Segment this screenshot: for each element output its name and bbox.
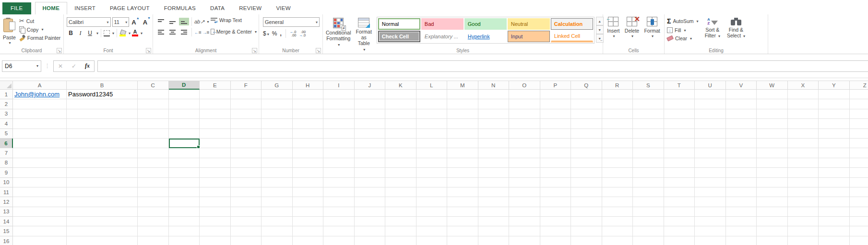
cell-R4[interactable] bbox=[602, 119, 633, 128]
tab-view[interactable]: VIEW bbox=[269, 2, 298, 14]
cell-G12[interactable] bbox=[262, 197, 293, 207]
find-select-button[interactable]: Find & Select ▾ bbox=[725, 16, 747, 47]
cell-Z5[interactable] bbox=[850, 129, 868, 139]
copy-button[interactable]: Copy ▾ bbox=[18, 26, 62, 33]
cell-C10[interactable] bbox=[138, 178, 169, 187]
column-header-S[interactable]: S bbox=[633, 81, 664, 90]
cell-G15[interactable] bbox=[262, 226, 293, 236]
cell-S9[interactable] bbox=[633, 168, 664, 177]
cell-W10[interactable] bbox=[757, 178, 788, 187]
cell-F2[interactable] bbox=[231, 99, 262, 109]
cell-H2[interactable] bbox=[293, 99, 324, 109]
cell-G16[interactable] bbox=[262, 236, 293, 245]
cell-U6[interactable] bbox=[695, 139, 726, 148]
merge-center-button[interactable]: Merge & Center ▾ bbox=[211, 29, 257, 35]
cell-X2[interactable] bbox=[788, 99, 819, 109]
column-header-C[interactable]: C bbox=[138, 81, 169, 90]
cell-H16[interactable] bbox=[293, 236, 324, 245]
cell-L5[interactable] bbox=[416, 129, 448, 139]
cell-X10[interactable] bbox=[788, 178, 819, 187]
cell-A11[interactable] bbox=[13, 187, 67, 197]
cell-Y2[interactable] bbox=[819, 99, 850, 109]
cell-Y3[interactable] bbox=[819, 109, 850, 119]
cell-X13[interactable] bbox=[788, 207, 819, 217]
cell-C6[interactable] bbox=[138, 139, 169, 148]
cell-U2[interactable] bbox=[695, 99, 726, 109]
cell-J12[interactable] bbox=[355, 197, 386, 207]
cell-C9[interactable] bbox=[138, 168, 169, 177]
row-header-5[interactable]: 5 bbox=[0, 129, 13, 139]
cell-P8[interactable] bbox=[540, 158, 571, 168]
column-header-U[interactable]: U bbox=[695, 81, 726, 90]
cell-O3[interactable] bbox=[509, 109, 540, 119]
cell-E13[interactable] bbox=[200, 207, 231, 217]
cell-A14[interactable] bbox=[13, 217, 67, 226]
fill-color-dropdown-arrow[interactable]: ▾ bbox=[129, 31, 131, 35]
cell-V5[interactable] bbox=[726, 129, 757, 139]
paste-button[interactable]: Paste ▾ bbox=[1, 16, 18, 47]
cell-S15[interactable] bbox=[633, 226, 664, 236]
cell-Z15[interactable] bbox=[850, 226, 868, 236]
cell-I2[interactable] bbox=[323, 99, 355, 109]
column-header-N[interactable]: N bbox=[478, 81, 510, 90]
cell-X16[interactable] bbox=[788, 236, 819, 245]
cell-Y11[interactable] bbox=[819, 187, 850, 197]
cell-N15[interactable] bbox=[478, 226, 510, 236]
cell-W3[interactable] bbox=[757, 109, 788, 119]
align-left-button[interactable] bbox=[156, 28, 166, 36]
cell-style-neutral[interactable]: Neutral bbox=[508, 18, 550, 30]
cell-D10[interactable] bbox=[169, 178, 200, 187]
cell-I5[interactable] bbox=[323, 129, 355, 139]
tab-page-layout[interactable]: PAGE LAYOUT bbox=[103, 2, 157, 14]
cell-B9[interactable] bbox=[67, 168, 138, 177]
row-header-9[interactable]: 9 bbox=[0, 168, 13, 177]
delete-button[interactable]: ✕ Delete ▾ bbox=[623, 16, 641, 47]
cell-Q3[interactable] bbox=[571, 109, 602, 119]
cell-Q14[interactable] bbox=[571, 217, 602, 226]
cell-Y4[interactable] bbox=[819, 119, 850, 128]
column-header-V[interactable]: V bbox=[726, 81, 757, 90]
column-header-R[interactable]: R bbox=[602, 81, 633, 90]
cell-Y13[interactable] bbox=[819, 207, 850, 217]
cell-P3[interactable] bbox=[540, 109, 571, 119]
cell-D11[interactable] bbox=[169, 187, 200, 197]
clear-button[interactable]: Clear ▾ bbox=[666, 35, 700, 42]
cell-E12[interactable] bbox=[200, 197, 231, 207]
cell-K6[interactable] bbox=[385, 139, 416, 148]
cell-F8[interactable] bbox=[231, 158, 262, 168]
cell-O8[interactable] bbox=[509, 158, 540, 168]
cell-H13[interactable] bbox=[293, 207, 324, 217]
cell-K12[interactable] bbox=[385, 197, 416, 207]
borders-button[interactable] bbox=[104, 30, 110, 36]
cell-T12[interactable] bbox=[664, 197, 695, 207]
cell-E2[interactable] bbox=[200, 99, 231, 109]
cell-E3[interactable] bbox=[200, 109, 231, 119]
cell-H5[interactable] bbox=[293, 129, 324, 139]
cell-G10[interactable] bbox=[262, 178, 293, 187]
cell-B12[interactable] bbox=[67, 197, 138, 207]
cell-M8[interactable] bbox=[447, 158, 478, 168]
cell-T2[interactable] bbox=[664, 99, 695, 109]
column-header-B[interactable]: B bbox=[67, 81, 138, 90]
cell-G3[interactable] bbox=[262, 109, 293, 119]
row-header-4[interactable]: 4 bbox=[0, 119, 13, 128]
cell-M13[interactable] bbox=[447, 207, 478, 217]
cell-B5[interactable] bbox=[67, 129, 138, 139]
cell-C11[interactable] bbox=[138, 187, 169, 197]
row-header-3[interactable]: 3 bbox=[0, 109, 13, 119]
font-size-select[interactable]: 11▾ bbox=[112, 17, 130, 27]
cell-V6[interactable] bbox=[726, 139, 757, 148]
cell-A4[interactable] bbox=[13, 119, 67, 128]
cell-G2[interactable] bbox=[262, 99, 293, 109]
cell-L11[interactable] bbox=[416, 187, 448, 197]
cell-F3[interactable] bbox=[231, 109, 262, 119]
cell-C4[interactable] bbox=[138, 119, 169, 128]
cell-R1[interactable] bbox=[602, 90, 633, 99]
cell-U16[interactable] bbox=[695, 236, 726, 245]
cell-O7[interactable] bbox=[509, 148, 540, 158]
cell-W9[interactable] bbox=[757, 168, 788, 177]
cell-E14[interactable] bbox=[200, 217, 231, 226]
cell-P11[interactable] bbox=[540, 187, 571, 197]
cell-K7[interactable] bbox=[385, 148, 416, 158]
accounting-format-button[interactable]: $▾ bbox=[263, 30, 269, 37]
